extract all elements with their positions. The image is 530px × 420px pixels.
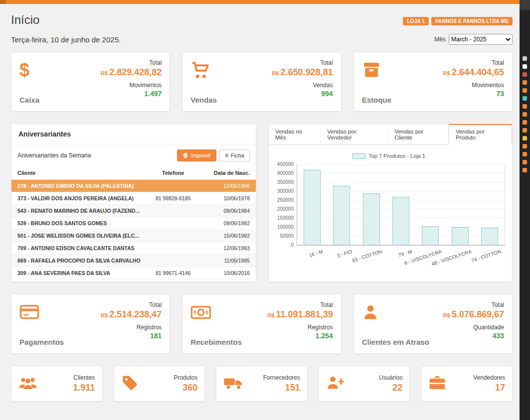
birthday-row[interactable]: 309 - ANA SEVERINA PAES DA SILVA81 99671…	[11, 267, 256, 280]
stat-card-name: Vendas	[190, 96, 217, 104]
tab-vendas-por-cliente[interactable]: Vendas por Cliente	[388, 124, 449, 144]
birthday-row[interactable]: 543 - RENATO MARINHO DE ARAUJO (FAZEND..…	[11, 205, 256, 217]
cell-data-nasc: 10/06/1978	[201, 195, 250, 201]
total-value: R$ 2.829.428,82	[101, 67, 162, 78]
birthday-row[interactable]: 669 - RAFAELA PROCOPIO DA SILVA CARVALHO…	[11, 255, 256, 267]
birthday-row[interactable]: 709 - ANTONIO EDSON CAVALCANTE DANTAS12/…	[11, 242, 256, 255]
mini-card-produtos[interactable]: Produtos360	[114, 366, 205, 402]
top-bar-accent	[0, 0, 6, 4]
amount: 5.076.869,67	[452, 309, 504, 319]
menu-glyph[interactable]	[523, 128, 527, 133]
gridline	[297, 209, 505, 209]
y-axis-tick: 50000	[280, 233, 294, 239]
user-plus-icon	[326, 375, 345, 393]
amount: 2.829.428,82	[109, 67, 162, 77]
company-badge[interactable]: PANNOS E PANNOS LTDA ME	[431, 17, 513, 25]
x-axis-label: 16 - M	[308, 249, 323, 258]
cell-cliente: 543 - RENATO MARINHO DE ARAUJO (FAZEND..…	[17, 208, 145, 214]
total-value: R$ 11.091.881,39	[267, 309, 333, 320]
mini-card-clientes[interactable]: Clientes1.911	[11, 366, 103, 402]
birthday-row[interactable]: 539 - BRUNO DOS SANTOS GOMES09/06/1992	[11, 217, 256, 230]
count-value: 1.497	[101, 90, 162, 98]
menu-glyph[interactable]	[523, 104, 527, 109]
gridline	[297, 164, 505, 164]
month-select[interactable]: March - 2025	[449, 34, 513, 45]
menu-glyph[interactable]	[523, 136, 527, 140]
y-axis-tick: 450000	[277, 161, 294, 167]
count-value: 994	[272, 90, 333, 98]
mini-card-fornecedores[interactable]: Fornecedores151	[216, 366, 308, 402]
menu-glyph[interactable]	[523, 80, 527, 85]
stat-card-name: Pagamentos	[19, 338, 64, 346]
cell-data-nasc: 15/06/1992	[201, 233, 250, 239]
stat-card-name: Estoque	[362, 96, 391, 104]
mini-card-label: Vendedores	[473, 374, 505, 381]
count-label: Registros	[101, 324, 162, 331]
mini-card-value: 17	[473, 383, 505, 393]
ficha-button[interactable]: ≡ Ficha	[219, 149, 250, 161]
store-badge[interactable]: LOJA 1	[403, 17, 429, 25]
total-label: Total	[272, 59, 333, 66]
stat-card-name: Recebimentos	[190, 338, 242, 346]
cell-cliente: 669 - RAFAELA PROCOPIO DA SILVA CARVALHO	[17, 258, 145, 264]
dashboard-page: Início LOJA 1 PANNOS E PANNOS LTDA ME Te…	[0, 4, 520, 420]
mini-card-usurios[interactable]: Usuários22	[319, 366, 410, 402]
cell-data-nasc: 09/06/1984	[201, 208, 250, 214]
menu-glyph[interactable]	[523, 144, 527, 148]
currency-symbol: R$	[101, 312, 109, 318]
menu-glyph[interactable]	[523, 88, 527, 93]
menu-glyph[interactable]	[523, 152, 527, 156]
menu-glyph[interactable]	[523, 72, 527, 77]
mini-card-vendedores[interactable]: Vendedores17	[421, 366, 513, 402]
collapsed-sidebar[interactable]	[520, 0, 530, 420]
print-button-label: Imprimir	[191, 152, 211, 158]
gridline	[297, 218, 505, 218]
stat-card-vendas[interactable]: VendasTotalR$ 2.650.928,81Vendas994	[182, 52, 341, 112]
currency-symbol: R$	[443, 312, 452, 318]
archive-icon	[362, 59, 391, 81]
gridline	[297, 245, 505, 245]
stat-card-pagamentos[interactable]: PagamentosTotalR$ 2.514.238,47Registros1…	[11, 294, 170, 354]
col-header-telefone: Telefone	[145, 170, 201, 176]
tab-vendas-no-ms[interactable]: Vendas no Mês	[269, 124, 321, 144]
print-button[interactable]: Imprimir	[177, 149, 216, 161]
stat-card-recebimentos[interactable]: RecebimentosTotalR$ 11.091.881,39Registr…	[182, 294, 341, 354]
tab-vendas-por-vendedor[interactable]: Vendas por Vendedor	[321, 124, 388, 144]
birthday-row[interactable]: 373 - VALDIR DOS ANJOS PEREIRA (ANGELA)8…	[11, 192, 256, 205]
ficha-button-label: Ficha	[231, 152, 244, 158]
birthday-row[interactable]: 278 - ANTONIO EMIDIO DA SILVA (PALESTINA…	[11, 180, 256, 192]
menu-glyph[interactable]	[523, 64, 527, 69]
cell-cliente: 539 - BRUNO DOS SANTOS GOMES	[17, 220, 145, 226]
birthdays-table-body: 278 - ANTONIO EMIDIO DA SILVA (PALESTINA…	[11, 180, 256, 280]
y-axis-tick: 350000	[277, 179, 294, 185]
chart-bar	[333, 186, 350, 245]
menu-glyph[interactable]	[523, 112, 527, 117]
tab-vendas-por-produto[interactable]: Vendas por Produto	[449, 124, 512, 145]
cell-data-nasc: 10/06/2016	[201, 270, 250, 276]
cell-cliente: 278 - ANTONIO EMIDIO DA SILVA (PALESTINA…	[17, 183, 145, 189]
menu-glyph[interactable]	[523, 168, 527, 172]
menu-glyph[interactable]	[523, 56, 527, 61]
header-badges: LOJA 1 PANNOS E PANNOS LTDA ME	[403, 17, 513, 25]
bottom-stat-cards: PagamentosTotalR$ 2.514.238,47Registros1…	[11, 294, 513, 354]
total-label: Total	[267, 301, 333, 308]
summary-cards: Clientes1.911Produtos360Fornecedores151U…	[11, 366, 513, 402]
menu-glyph[interactable]	[523, 96, 527, 101]
menu-glyph[interactable]	[523, 120, 527, 125]
birthdays-subtitle: Aniversariantes da Semana	[17, 152, 91, 159]
month-label: Mês	[434, 36, 446, 43]
stat-card-clientes-em-atraso[interactable]: Clientes em AtrasoTotalR$ 5.076.869,67Qu…	[353, 294, 513, 354]
birthday-row[interactable]: 501 - JOSE WELISSON GOMES OLIVEIRA (ELC.…	[11, 230, 256, 242]
menu-glyph[interactable]	[523, 160, 527, 164]
top-stat-cards: $CaixaTotalR$ 2.829.428,82Movimentos1.49…	[11, 52, 513, 112]
count-value: 181	[101, 332, 162, 340]
users-icon	[18, 375, 37, 392]
legend-label: Top 7 Produtos - Loja 1	[368, 153, 425, 159]
mini-card-value: 22	[379, 383, 402, 393]
stat-card-caixa[interactable]: $CaixaTotalR$ 2.829.428,82Movimentos1.49…	[11, 52, 170, 112]
sales-panel: Vendas no MêsVendas por VendedorVendas p…	[268, 124, 513, 282]
mini-card-label: Fornecedores	[263, 374, 300, 381]
stat-card-estoque[interactable]: EstoqueTotalR$ 2.644.404,65Movimentos73	[353, 52, 513, 112]
y-axis-tick: 150000	[277, 215, 294, 221]
chart-legend: Top 7 Produtos - Loja 1	[273, 153, 505, 159]
